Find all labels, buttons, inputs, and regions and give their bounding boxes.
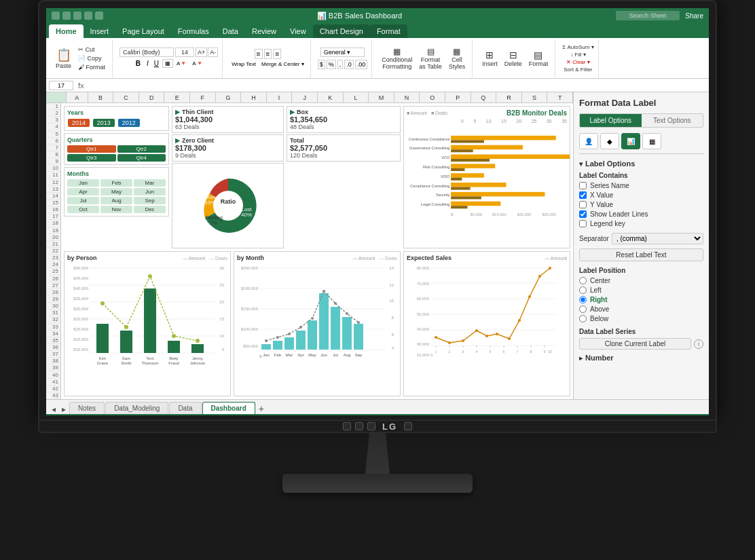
y-value-checkbox[interactable]	[579, 201, 587, 208]
monitor-btn-power[interactable]	[404, 422, 412, 430]
center-radio[interactable]	[579, 277, 587, 284]
format-painter-btn[interactable]: 🖌 Format	[75, 63, 108, 71]
col-F[interactable]: F	[190, 92, 216, 102]
currency-btn[interactable]: $	[318, 60, 325, 69]
col-N[interactable]: N	[394, 92, 420, 102]
month-jan[interactable]: Jan	[67, 179, 99, 187]
increase-decimal-btn[interactable]: .00	[355, 60, 368, 69]
col-B[interactable]: B	[88, 92, 114, 102]
monitor-btn-2[interactable]	[355, 422, 363, 430]
clear-btn[interactable]: ✕ Clear ▾	[566, 59, 590, 65]
month-nov[interactable]: Nov	[100, 206, 132, 213]
tab-label-options[interactable]: Label Options	[580, 114, 642, 127]
month-dec[interactable]: Dec	[134, 206, 166, 213]
sort-filter-btn[interactable]: Sort & Filter	[564, 67, 592, 73]
col-O[interactable]: O	[420, 92, 445, 102]
series-name-checkbox[interactable]	[579, 182, 587, 189]
below-radio[interactable]	[579, 315, 587, 322]
tab-text-options[interactable]: Text Options	[642, 114, 703, 127]
month-jul[interactable]: Jul	[67, 197, 99, 204]
cut-btn[interactable]: ✂ Cut	[75, 45, 108, 54]
border-btn[interactable]: ▦	[162, 59, 173, 68]
cell-styles-btn[interactable]: ▦ Cell Styles	[446, 45, 468, 71]
col-R[interactable]: R	[496, 92, 522, 102]
show-leader-lines-checkbox[interactable]	[579, 210, 587, 218]
format-as-table-btn[interactable]: ▤ Format as Table	[416, 45, 444, 71]
year-2013-btn[interactable]: 2013	[93, 119, 115, 127]
col-I[interactable]: I	[267, 92, 293, 102]
chart-icon-btn[interactable]: 📊	[621, 133, 640, 149]
share-btn[interactable]: Share	[685, 12, 703, 20]
month-sep[interactable]: Sep	[134, 197, 166, 204]
decrease-font-btn[interactable]: A-	[208, 48, 218, 57]
info-icon[interactable]: i	[694, 339, 703, 349]
zoom-slider[interactable]	[635, 415, 682, 415]
align-left-btn[interactable]: ≡	[255, 49, 263, 59]
col-G[interactable]: G	[216, 92, 242, 102]
tab-insert[interactable]: Insert	[84, 24, 116, 38]
fill-btn[interactable]: ↓ Fill ▾	[570, 52, 586, 58]
merge-btn[interactable]: Merge & Center ▾	[259, 60, 306, 68]
decrease-decimal-btn[interactable]: .0	[344, 60, 354, 69]
tab-home[interactable]: Home	[49, 24, 84, 38]
diamond-icon-btn[interactable]: ◆	[600, 133, 619, 149]
sheet-dashboard[interactable]: Dashboard	[202, 402, 255, 414]
number-format-select[interactable]: General ▾	[320, 48, 365, 57]
qtr1-btn[interactable]: Qtr1	[67, 145, 116, 153]
tab-chart-design[interactable]: Chart Design	[313, 24, 370, 38]
tab-data[interactable]: Data	[216, 24, 245, 38]
clone-current-label-btn[interactable]: Clone Current Label	[579, 338, 691, 350]
paste-btn[interactable]: 📋 Paste	[53, 46, 74, 71]
reset-label-text-btn[interactable]: Reset Label Text	[579, 248, 703, 261]
year-2012-btn[interactable]: 2012	[118, 119, 140, 127]
month-aug[interactable]: Aug	[100, 197, 132, 204]
col-J[interactable]: J	[292, 92, 318, 102]
sheet-data-modeling[interactable]: Data_Modeling	[105, 402, 168, 414]
month-mar[interactable]: Mar	[134, 179, 166, 187]
col-H[interactable]: H	[241, 92, 267, 102]
tab-formulas[interactable]: Formulas	[171, 24, 216, 38]
qtr3-btn[interactable]: Qtr3	[67, 154, 116, 162]
col-M[interactable]: M	[369, 92, 394, 102]
tab-format[interactable]: Format	[370, 24, 407, 38]
delete-btn[interactable]: ⊟ Delete	[502, 48, 525, 69]
copy-btn[interactable]: 📄 Copy	[75, 54, 108, 62]
col-C[interactable]: C	[113, 92, 139, 102]
above-radio[interactable]	[579, 305, 587, 313]
month-jun[interactable]: Jun	[134, 188, 166, 195]
col-Q[interactable]: Q	[471, 92, 497, 102]
format-cells-btn[interactable]: ▤ Format	[526, 48, 551, 69]
tab-view[interactable]: View	[283, 24, 313, 38]
right-radio[interactable]	[579, 296, 587, 303]
qtr2-btn[interactable]: Qtr2	[117, 145, 166, 153]
tab-page-layout[interactable]: Page Layout	[115, 24, 171, 38]
italic-btn[interactable]: I	[145, 59, 151, 68]
monitor-btn-3[interactable]	[367, 422, 375, 430]
year-2014-btn[interactable]: 2014	[68, 119, 90, 127]
scroll-left-btn[interactable]: ◂	[49, 405, 58, 414]
sheet-data[interactable]: Data	[169, 402, 201, 414]
x-value-checkbox[interactable]	[579, 191, 587, 199]
number-section[interactable]: Number	[579, 354, 703, 362]
insert-btn[interactable]: ⊞ Insert	[479, 48, 500, 69]
increase-font-btn[interactable]: A+	[196, 48, 207, 57]
monitor-btn-1[interactable]	[343, 422, 351, 430]
bold-btn[interactable]: B	[133, 58, 143, 69]
search-box[interactable]: Search Sheet	[616, 11, 680, 20]
month-may[interactable]: May	[100, 188, 132, 195]
month-feb[interactable]: Feb	[100, 179, 132, 187]
col-D[interactable]: D	[139, 92, 165, 102]
wrap-text-btn[interactable]: Wrap Text	[229, 60, 258, 68]
align-right-btn[interactable]: ≡	[273, 49, 281, 59]
add-sheet-btn[interactable]: +	[256, 403, 267, 414]
month-apr[interactable]: Apr	[67, 188, 99, 195]
col-S[interactable]: S	[522, 92, 548, 102]
font-family-select[interactable]: Calibri (Body)	[119, 48, 174, 57]
window-icon-3[interactable]	[73, 12, 81, 20]
sheet-notes[interactable]: Notes	[69, 402, 105, 414]
align-center-btn[interactable]: ≡	[264, 49, 272, 59]
scroll-right-btn[interactable]: ▸	[59, 405, 69, 414]
separator-select[interactable]: , (comma)	[612, 233, 703, 244]
window-icon-4[interactable]	[84, 12, 92, 20]
window-icon-1[interactable]	[52, 12, 60, 20]
